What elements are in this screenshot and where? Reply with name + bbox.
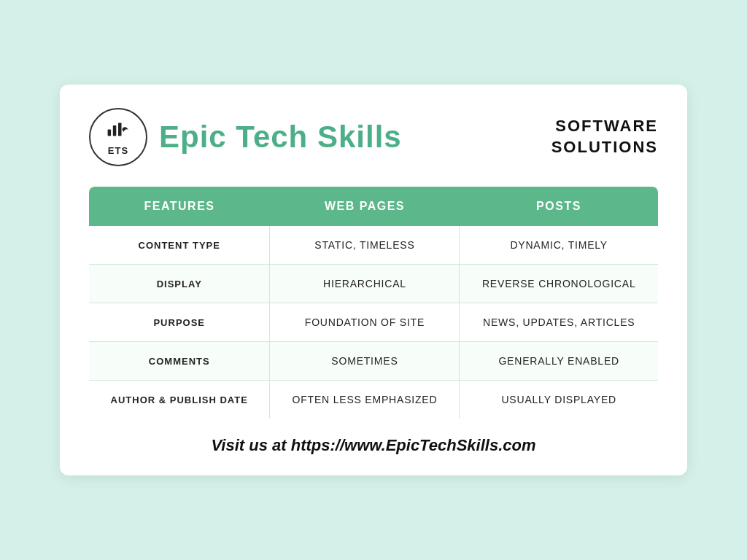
cell-web-pages: FOUNDATION OF SITE: [270, 303, 460, 342]
logo-text: ETS: [108, 145, 128, 156]
cell-posts: NEWS, UPDATES, ARTICLES: [460, 303, 658, 342]
brand-name: Epic Tech Skills: [159, 120, 402, 155]
header: ETS Epic Tech Skills SOFTWARE SOLUTIONS: [89, 108, 658, 166]
svg-rect-2: [118, 122, 122, 136]
cell-web-pages: STATIC, TIMELESS: [270, 226, 460, 265]
logo-icon: [105, 119, 131, 145]
cell-feature: DISPLAY: [89, 265, 270, 303]
col-web-pages: WEB PAGES: [270, 187, 460, 226]
cell-posts: USUALLY DISPLAYED: [460, 381, 658, 419]
table-row: AUTHOR & PUBLISH DATEOFTEN LESS EMPHASIZ…: [89, 381, 658, 419]
table-row: COMMENTSSOMETIMESGENERALLY ENABLED: [89, 342, 658, 381]
logo-circle: ETS: [89, 108, 147, 166]
logo-area: ETS Epic Tech Skills: [89, 108, 402, 166]
main-card: ETS Epic Tech Skills SOFTWARE SOLUTIONS …: [60, 85, 687, 475]
cell-feature: CONTENT TYPE: [89, 226, 270, 265]
cell-posts: DYNAMIC, TIMELY: [460, 226, 658, 265]
col-features: FEATURES: [89, 187, 270, 226]
cell-feature: COMMENTS: [89, 342, 270, 381]
cell-web-pages: SOMETIMES: [270, 342, 460, 381]
cell-web-pages: OFTEN LESS EMPHASIZED: [270, 381, 460, 419]
cell-web-pages: HIERARCHICAL: [270, 265, 460, 303]
svg-rect-0: [108, 129, 112, 136]
tagline: SOFTWARE SOLUTIONS: [551, 116, 658, 158]
cell-feature: AUTHOR & PUBLISH DATE: [89, 381, 270, 419]
col-posts: POSTS: [460, 187, 658, 226]
cell-feature: PURPOSE: [89, 303, 270, 342]
table-header-row: FEATURES WEB PAGES POSTS: [89, 187, 658, 226]
table-row: PURPOSEFOUNDATION OF SITENEWS, UPDATES, …: [89, 303, 658, 342]
comparison-table: FEATURES WEB PAGES POSTS CONTENT TYPESTA…: [89, 187, 658, 419]
footer-text: Visit us at https://www.EpicTechSkills.c…: [89, 436, 658, 455]
table-row: DISPLAYHIERARCHICALREVERSE CHRONOLOGICAL: [89, 265, 658, 303]
cell-posts: REVERSE CHRONOLOGICAL: [460, 265, 658, 303]
svg-rect-1: [113, 125, 117, 136]
cell-posts: GENERALLY ENABLED: [460, 342, 658, 381]
table-row: CONTENT TYPESTATIC, TIMELESSDYNAMIC, TIM…: [89, 226, 658, 265]
